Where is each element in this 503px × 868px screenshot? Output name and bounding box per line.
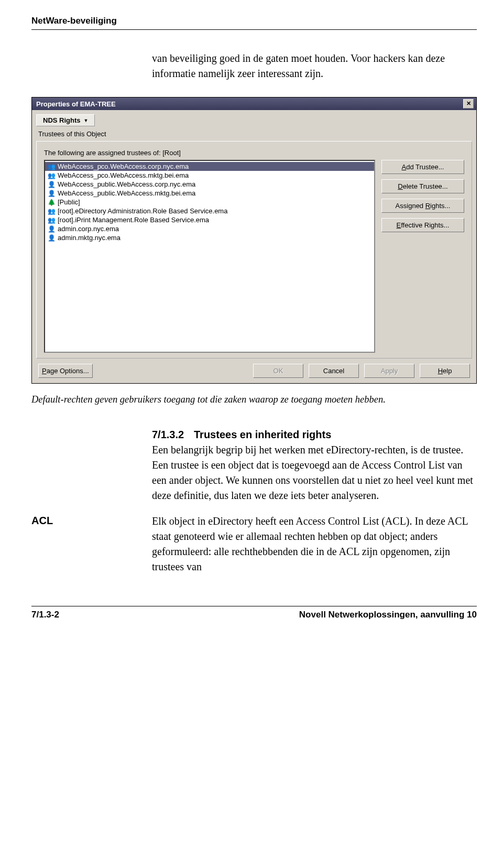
role-icon: 👥 xyxy=(47,172,56,179)
trustee-name: [Public] xyxy=(58,198,80,206)
panel-caption: The following are assigned trustees of: … xyxy=(44,149,464,157)
user-icon: 👤 xyxy=(47,181,56,188)
user-icon: 👤 xyxy=(47,234,56,242)
tree-icon: 🌲 xyxy=(47,199,56,206)
section-heading: 7/1.3.2Trustees en inherited rights xyxy=(152,427,477,442)
dialog-titlebar: Properties of EMA-TREE ✕ xyxy=(32,97,476,110)
assigned-rights-button[interactable]: Assigned Rights... xyxy=(381,199,464,213)
chevron-down-icon: ▼ xyxy=(84,118,89,123)
section-number: 7/1.3.2 xyxy=(152,427,194,442)
role-icon: 👥 xyxy=(47,216,56,224)
subtab-trustees[interactable]: Trustees of this Object xyxy=(36,128,472,141)
apply-button[interactable]: Apply xyxy=(364,364,414,378)
effective-rights-button[interactable]: Effective Rights... xyxy=(381,218,464,232)
trustee-list-item[interactable]: 👤WebAccess_public.WebAccess.corp.nyc.ema xyxy=(45,180,374,189)
close-button[interactable]: ✕ xyxy=(463,99,474,108)
figure-caption: Default-rechten geven gebruikers toegang… xyxy=(31,393,477,406)
tab-nds-rights[interactable]: NDS Rights ▼ xyxy=(36,114,95,126)
trustee-list-item[interactable]: 👥WebAccess_pco.WebAccess.corp.nyc.ema xyxy=(45,162,374,171)
role-icon: 👥 xyxy=(47,163,56,170)
section-body-1: Een belangrijk begrip bij het werken met… xyxy=(152,442,477,503)
ok-button[interactable]: OK xyxy=(253,364,303,378)
trustee-name: WebAccess_pco.WebAccess.mktg.bei.ema xyxy=(58,171,189,179)
footer-page-number: 7/1.3-2 xyxy=(31,610,59,620)
cancel-button[interactable]: Cancel xyxy=(309,364,359,378)
trustee-list-item[interactable]: 👤admin.corp.nyc.ema xyxy=(45,224,374,233)
page-options-button[interactable]: Page Options... xyxy=(38,364,93,378)
trustee-name: [root].iPrint Management.Role Based Serv… xyxy=(58,216,209,224)
header-rule xyxy=(31,29,477,30)
help-button[interactable]: Help xyxy=(420,364,470,378)
add-trustee-button[interactable]: Add Trustee... xyxy=(381,160,464,174)
margin-label-acl: ACL xyxy=(31,514,152,527)
properties-dialog: Properties of EMA-TREE ✕ NDS Rights ▼ Tr… xyxy=(31,97,477,384)
tab-label: NDS Rights xyxy=(43,116,81,124)
trustee-list-item[interactable]: 👥WebAccess_pco.WebAccess.mktg.bei.ema xyxy=(45,171,374,180)
trustee-name: WebAccess_public.WebAccess.corp.nyc.ema xyxy=(58,180,195,188)
section-body-2: Elk object in eDirectory heeft een Acces… xyxy=(152,514,477,574)
trustee-list-item[interactable]: 👥[root].eDirectory Administration.Role B… xyxy=(45,207,374,215)
trustee-name: WebAccess_public.WebAccess.mktg.bei.ema xyxy=(58,189,195,197)
trustee-listbox[interactable]: 👥WebAccess_pco.WebAccess.corp.nyc.ema👥We… xyxy=(44,160,375,353)
footer-rule xyxy=(31,606,477,606)
user-icon: 👤 xyxy=(47,225,56,233)
trustee-name: admin.mktg.nyc.ema xyxy=(58,234,121,242)
running-header: NetWare-beveiliging xyxy=(31,16,477,26)
trustee-list-item[interactable]: 👤WebAccess_public.WebAccess.mktg.bei.ema xyxy=(45,189,374,198)
intro-paragraph: van beveiliging goed in de gaten moet ho… xyxy=(152,51,477,81)
trustee-name: admin.corp.nyc.ema xyxy=(58,225,119,233)
trustee-list-item[interactable]: 👥[root].iPrint Management.Role Based Ser… xyxy=(45,215,374,224)
trustee-name: [root].eDirectory Administration.Role Ba… xyxy=(58,207,227,215)
dialog-title: Properties of EMA-TREE xyxy=(36,100,116,108)
footer-publication: Novell Netwerkoplossingen, aanvulling 10 xyxy=(299,610,477,620)
trustee-list-item[interactable]: 🌲[Public] xyxy=(45,198,374,207)
trustee-list-item[interactable]: 👤admin.mktg.nyc.ema xyxy=(45,233,374,242)
role-icon: 👥 xyxy=(47,208,56,215)
user-icon: 👤 xyxy=(47,190,56,197)
section-title: Trustees en inherited rights xyxy=(194,429,331,440)
delete-trustee-button[interactable]: Delete Trustee... xyxy=(381,179,464,193)
trustee-name: WebAccess_pco.WebAccess.corp.nyc.ema xyxy=(58,162,189,170)
